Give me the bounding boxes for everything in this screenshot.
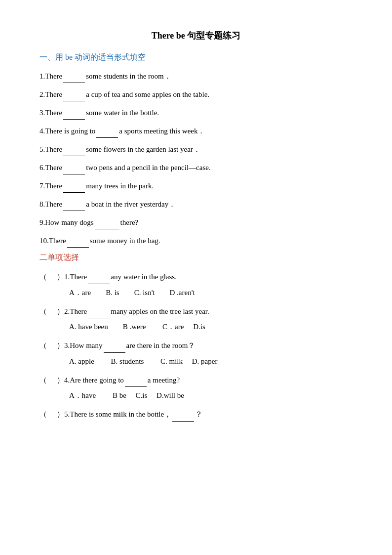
- answer-paren-3: [47, 339, 57, 353]
- blank-6: [63, 174, 85, 174]
- mc-blank-5: [172, 421, 194, 422]
- blank-1: [63, 83, 85, 83]
- question-1: 1.Theresome students in the room．: [39, 70, 353, 83]
- mc-options-4: A．have B be C.is D.will be: [69, 389, 353, 402]
- question-8: 8.Therea boat in the river yesterday．: [39, 198, 353, 211]
- blank-7: [63, 192, 85, 193]
- mc-options-3: A. apple B. students C. milk D. paper: [69, 355, 353, 368]
- mc-blank-2: [88, 318, 110, 318]
- question-4: 4.There is going toa sports meeting this…: [39, 125, 353, 138]
- question-5: 5.Theresome flowers in the garden last y…: [39, 143, 353, 156]
- question-6: 6.Theretwo pens and a pencil in the penc…: [39, 161, 353, 174]
- section1-header: 一、用 be 动词的适当形式填空: [39, 52, 353, 63]
- blank-4: [96, 137, 118, 138]
- answer-paren-4: [47, 373, 57, 387]
- blank-5: [63, 156, 85, 156]
- mc-question-2: （ ）2.Theremany apples on the tree last y…: [39, 304, 353, 319]
- question-9: 9.How many dogsthere?: [39, 216, 353, 229]
- question-10: 10.Theresome money in the bag.: [39, 234, 353, 248]
- blank-8: [63, 211, 85, 211]
- page-title: There be 句型专题练习: [39, 30, 353, 42]
- mc-options-1: A．are B. is C. isn't D .aren't: [69, 286, 353, 299]
- section2-header: 二单项选择: [39, 253, 353, 263]
- question-7: 7.Theremany trees in the park.: [39, 179, 353, 193]
- mc-question-4: （ ）4.Are there going toa meeting?: [39, 373, 353, 387]
- mc-options-2: A. have been B .were C．are D.is: [69, 320, 353, 334]
- blank-2: [63, 101, 85, 101]
- answer-paren-5: [47, 407, 57, 422]
- mc-question-5: （ ）5.There is some milk in the bottle，？: [39, 407, 353, 422]
- mc-question-1: （ ）1.Thereany water in the glass.: [39, 270, 353, 284]
- answer-paren-1: [47, 270, 57, 284]
- mc-blank-4: [125, 386, 147, 387]
- question-3: 3.Theresome water in the bottle.: [39, 106, 353, 120]
- answer-paren-2: [47, 304, 57, 319]
- mc-blank-1: [88, 284, 110, 284]
- mc-blank-3: [104, 352, 125, 353]
- blank-3: [63, 119, 85, 120]
- question-2: 2.Therea cup of tea and some apples on t…: [39, 88, 353, 101]
- blank-9: [95, 229, 119, 229]
- blank-10: [67, 247, 89, 248]
- mc-question-3: （ ）3.How manyare there in the room？: [39, 339, 353, 353]
